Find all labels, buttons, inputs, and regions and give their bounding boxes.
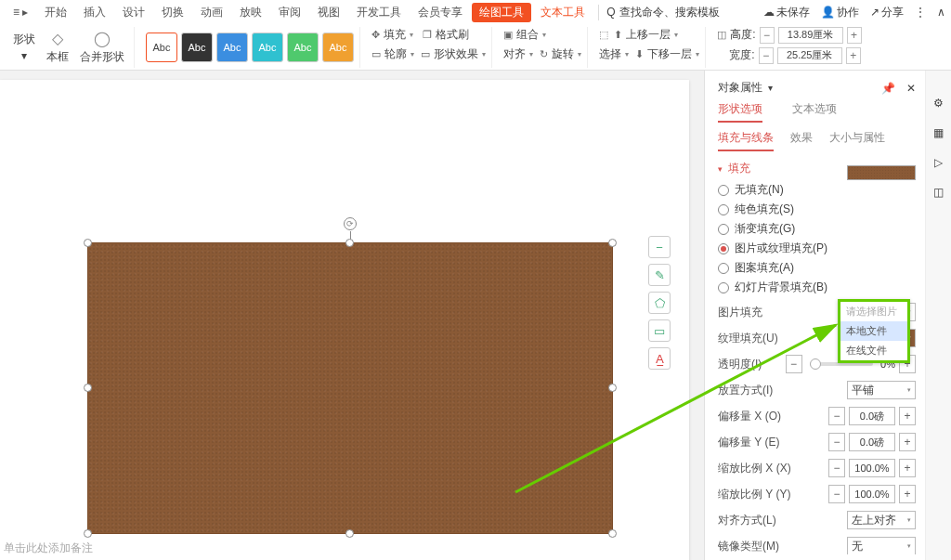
subtab-effect[interactable]: 效果 xyxy=(790,130,813,151)
fill-dropdown[interactable]: ✥ 填充▾ ❐ 格式刷 xyxy=(371,27,469,43)
select-dropdown[interactable]: ⬚ ⬆ 上移一层▾ xyxy=(599,27,678,43)
menu-dev[interactable]: 开发工具 xyxy=(349,1,409,24)
rail-box-icon[interactable]: ◫ xyxy=(933,186,944,199)
float-text-icon[interactable]: A̲ xyxy=(648,347,671,370)
close-panel-icon[interactable]: ✕ xyxy=(906,82,916,95)
tile-dropdown[interactable]: 平铺▾ xyxy=(847,381,916,399)
offx-plus[interactable]: + xyxy=(899,407,916,425)
tab-text-tools[interactable]: 文本工具 xyxy=(533,1,593,24)
menu-logo[interactable]: ≡ ▸ xyxy=(6,2,35,22)
slide[interactable]: ⟳ xyxy=(0,80,689,560)
lbl-tile: 放置方式(I) xyxy=(718,383,843,398)
rail-image-icon[interactable]: ▦ xyxy=(933,126,944,139)
expand-icon[interactable]: ∧ xyxy=(937,6,945,19)
menu-insert[interactable]: 插入 xyxy=(76,1,113,24)
resize-handle-tl[interactable] xyxy=(84,239,92,247)
resize-handle-tr[interactable] xyxy=(608,239,617,247)
layer-down[interactable]: 选择▾ ⬇ 下移一层▾ xyxy=(599,46,699,62)
sclx-plus[interactable]: + xyxy=(899,459,916,477)
opt-pattern-fill[interactable]: 图案填充(A) xyxy=(718,260,916,276)
panel-title: 对象属性 xyxy=(718,80,762,96)
menu-vip[interactable]: 会员专享 xyxy=(410,1,470,24)
unsaved-indicator[interactable]: ☁ 未保存 xyxy=(763,5,810,20)
style-swatch-6[interactable]: Abc xyxy=(322,33,354,62)
resize-handle-tm[interactable] xyxy=(345,239,354,247)
style-swatch-5[interactable]: Abc xyxy=(287,33,319,62)
merge-shape-button[interactable]: ◯合并形状 xyxy=(76,30,128,65)
selected-shape[interactable]: ⟳ xyxy=(87,242,613,534)
opt-picture-fill[interactable]: 图片或纹理填充(P) xyxy=(718,241,916,256)
menu-animation[interactable]: 动画 xyxy=(193,1,230,24)
opt-bg-fill[interactable]: 幻灯片背景填充(B) xyxy=(718,280,916,295)
lbl-offx: 偏移量 X (O) xyxy=(718,409,825,424)
panel-tabs: 形状选项 文本选项 xyxy=(718,101,916,123)
float-collapse-icon[interactable]: − xyxy=(648,236,671,258)
tab-text-options[interactable]: 文本选项 xyxy=(792,101,837,123)
search-placeholder: 查找命令、搜索模板 xyxy=(619,5,720,20)
scly-value[interactable]: 100.0% xyxy=(849,485,895,503)
scly-plus[interactable]: + xyxy=(899,485,916,503)
group-dropdown[interactable]: ▣ 组合▾ xyxy=(503,27,546,43)
fill-preview[interactable] xyxy=(847,165,916,180)
rotate-handle[interactable]: ⟳ xyxy=(344,217,357,230)
subtab-size[interactable]: 大小与属性 xyxy=(829,130,885,151)
align-dropdown[interactable]: 对齐▾ ↻ 旋转▾ xyxy=(503,46,581,62)
height-field[interactable]: ◫ 高度:−13.89厘米+ xyxy=(717,27,861,44)
frame-button[interactable]: ◇本框 xyxy=(43,30,72,65)
style-swatch-4[interactable]: Abc xyxy=(252,33,283,62)
search-box[interactable]: Q 查找命令、搜索模板 xyxy=(598,5,719,20)
tab-draw-tools[interactable]: 绘图工具 xyxy=(472,3,531,22)
tab-shape-options[interactable]: 形状选项 xyxy=(718,101,762,123)
offy-value[interactable]: 0.0磅 xyxy=(849,433,895,451)
pin-icon[interactable]: 📌 xyxy=(881,82,895,95)
offy-plus[interactable]: + xyxy=(899,433,916,451)
more-icon[interactable]: ⋮ xyxy=(915,6,926,19)
lbl-trans: 透明度(I) xyxy=(718,357,782,372)
width-field[interactable]: 宽度:−25.25厘米+ xyxy=(717,47,861,64)
resize-handle-mr[interactable] xyxy=(608,384,617,392)
resize-handle-br[interactable] xyxy=(608,529,617,538)
outline-dropdown[interactable]: ▭ 轮廓▾ ▭ 形状效果▾ xyxy=(371,46,486,62)
picfill-opt-local[interactable]: 本地文件 xyxy=(840,321,907,341)
menu-slideshow[interactable]: 放映 xyxy=(232,1,269,24)
offx-value[interactable]: 0.0磅 xyxy=(849,407,895,425)
resize-handle-bl[interactable] xyxy=(84,529,92,538)
float-bucket-icon[interactable]: ⬠ xyxy=(648,292,671,314)
style-swatch-1[interactable]: Abc xyxy=(146,33,177,62)
ribbon: 形状▾ ◇本框 ◯合并形状 Abc Abc Abc Abc Abc Abc ✥ … xyxy=(0,24,951,71)
subtab-fill[interactable]: 填充与线条 xyxy=(718,130,774,151)
menu-design[interactable]: 设计 xyxy=(115,1,152,24)
sclx-minus[interactable]: − xyxy=(828,459,845,477)
offx-minus[interactable]: − xyxy=(828,407,845,425)
rail-play-icon[interactable]: ▷ xyxy=(934,156,943,169)
notes-placeholder[interactable]: 单击此处添加备注 xyxy=(4,540,93,556)
shape-button[interactable]: 形状▾ xyxy=(9,32,39,62)
menu-start[interactable]: 开始 xyxy=(37,1,74,24)
align-dropdown[interactable]: 左上对齐▾ xyxy=(847,511,916,529)
picfill-opt-placeholder[interactable]: 请选择图片 xyxy=(840,302,907,321)
opt-solid-fill[interactable]: 纯色填充(S) xyxy=(718,202,916,217)
picfill-opt-online[interactable]: 在线文件 xyxy=(840,341,907,360)
opt-no-fill[interactable]: 无填充(N) xyxy=(718,182,916,198)
float-pen-icon[interactable]: ✎ xyxy=(648,264,671,286)
rail-settings-icon[interactable]: ⚙ xyxy=(933,97,944,110)
resize-handle-ml[interactable] xyxy=(84,384,92,392)
share-button[interactable]: ↗ 分享 xyxy=(870,5,904,20)
coop-button[interactable]: 👤 协作 xyxy=(821,5,859,20)
menu-transition[interactable]: 切换 xyxy=(154,1,191,24)
canvas[interactable]: ⟳ − ✎ ⬠ ▭ A̲ 单击此处添加备注 xyxy=(0,71,704,560)
style-swatch-3[interactable]: Abc xyxy=(216,33,248,62)
properties-panel: 对象属性 ▾ 📌 ✕ 形状选项 文本选项 填充与线条 效果 大小与属性 填充 无… xyxy=(704,71,925,560)
offy-minus[interactable]: − xyxy=(828,433,845,451)
menu-view[interactable]: 视图 xyxy=(310,1,347,24)
menu-review[interactable]: 审阅 xyxy=(271,1,308,24)
scly-minus[interactable]: − xyxy=(828,485,845,503)
float-outline-icon[interactable]: ▭ xyxy=(648,319,671,342)
resize-handle-bm[interactable] xyxy=(345,529,354,538)
mirror-dropdown[interactable]: 无▾ xyxy=(847,537,916,554)
opt-gradient-fill[interactable]: 渐变填充(G) xyxy=(718,221,916,237)
sclx-value[interactable]: 100.0% xyxy=(849,459,895,477)
style-swatch-2[interactable]: Abc xyxy=(181,33,213,62)
menu-bar: ≡ ▸ 开始 插入 设计 切换 动画 放映 审阅 视图 开发工具 会员专享 绘图… xyxy=(0,0,951,24)
trans-minus[interactable]: − xyxy=(786,355,802,373)
